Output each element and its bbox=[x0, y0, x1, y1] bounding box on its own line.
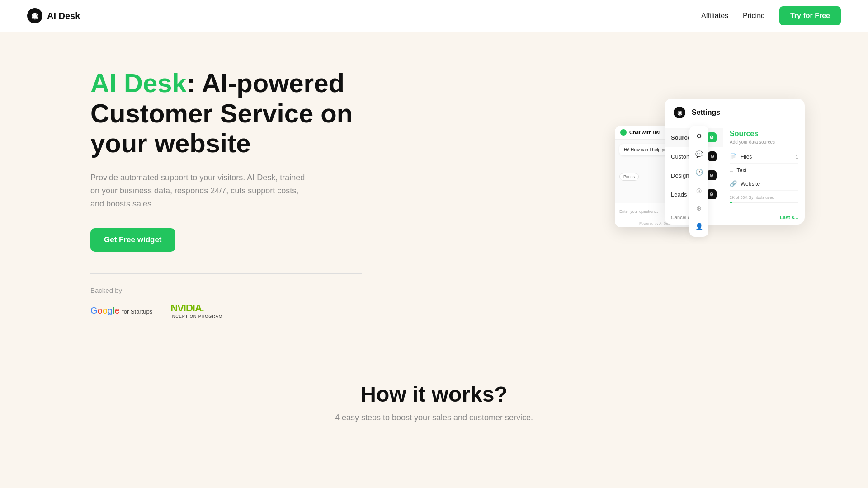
hero-title: AI Desk: AI-powered Customer Service on … bbox=[90, 68, 362, 159]
settings-header: ◉ Settings bbox=[665, 99, 805, 123]
chat-icon[interactable]: 💬 bbox=[693, 148, 705, 160]
hero-title-green: AI Desk bbox=[90, 68, 187, 98]
how-subtitle: 4 easy steps to boost your sales and cus… bbox=[90, 413, 778, 422]
progress-bar bbox=[730, 202, 798, 203]
settings-panel: ◉ Settings Sources ⚙ Customization ⚙ bbox=[665, 99, 805, 225]
save-button[interactable]: Last s... bbox=[780, 215, 798, 220]
progress-label: 2K of 50K Symbols used bbox=[730, 195, 798, 200]
how-section: How it works? 4 easy steps to boost your… bbox=[0, 346, 868, 450]
affiliates-link[interactable]: Affiliates bbox=[701, 12, 728, 20]
user-icon[interactable]: 👤 bbox=[693, 221, 705, 232]
settings-side-icons: ⚙ 💬 🕐 ◎ ⊕ 👤 bbox=[689, 126, 708, 237]
nvidia-logo: NVIDIA. INCEPTION PROGRAM bbox=[170, 302, 222, 319]
backed-section: Backed by: Google for Startups NVIDIA. I… bbox=[90, 273, 362, 319]
get-free-widget-button[interactable]: Get Free widget bbox=[90, 228, 175, 252]
settings-icon[interactable]: ⚙ bbox=[693, 130, 705, 142]
settings-title: Settings bbox=[692, 108, 720, 117]
files-count: 1 bbox=[796, 154, 798, 160]
history-icon[interactable]: 🕐 bbox=[693, 166, 705, 178]
chat-title: Chat with us! bbox=[629, 130, 660, 135]
source-row-files[interactable]: 📄 Files 1 bbox=[730, 150, 798, 164]
logo-icon: ◉ bbox=[27, 8, 42, 23]
navbar: ◉ AI Desk Affiliates Pricing Try for Fre… bbox=[0, 0, 868, 32]
google-program: for Startups bbox=[122, 308, 152, 315]
settings-body: Sources ⚙ Customization ⚙ Design ⚙ Lea bbox=[665, 123, 805, 210]
sidebar-item-leads-label: Leads bbox=[671, 191, 687, 198]
source-row-website[interactable]: 🔗 Website bbox=[730, 177, 798, 191]
pricing-link[interactable]: Pricing bbox=[743, 12, 765, 20]
chat-status-dot bbox=[620, 129, 627, 136]
chat-suggestion[interactable]: Prices bbox=[619, 173, 639, 181]
data-icon[interactable]: ◎ bbox=[693, 184, 705, 196]
nav-links: Affiliates Pricing Try for Free bbox=[701, 6, 841, 25]
website-icon: 🔗 bbox=[730, 180, 737, 187]
hero-demo: Chat with us! Hi! How can I help you? Pr… bbox=[389, 99, 805, 288]
hero-section: AI Desk: AI-powered Customer Service on … bbox=[0, 32, 868, 346]
website-label: Website bbox=[741, 181, 760, 187]
text-label: Text bbox=[737, 167, 747, 174]
hero-text: AI Desk: AI-powered Customer Service on … bbox=[90, 68, 362, 319]
files-icon: 📄 bbox=[730, 153, 737, 160]
how-title: How it works? bbox=[90, 382, 778, 407]
backed-logos: Google for Startups NVIDIA. INCEPTION PR… bbox=[90, 302, 362, 319]
sidebar-item-design-label: Design bbox=[671, 172, 689, 179]
sources-title: Sources bbox=[730, 130, 798, 138]
progress-fill bbox=[730, 202, 732, 203]
backed-label: Backed by: bbox=[90, 286, 362, 294]
files-label: Files bbox=[741, 154, 752, 160]
google-logo: Google for Startups bbox=[90, 305, 152, 316]
sources-subtitle: Add your data sources bbox=[730, 140, 798, 145]
progress-section: 2K of 50K Symbols used bbox=[730, 195, 798, 203]
text-icon: ≡ bbox=[730, 167, 733, 174]
hero-subtitle: Provide automated support to your visito… bbox=[90, 171, 307, 210]
nvidia-program: INCEPTION PROGRAM bbox=[170, 314, 222, 319]
customization-icon: ⚙ bbox=[708, 151, 717, 161]
logo-text: AI Desk bbox=[47, 11, 80, 21]
demo-container: Chat with us! Hi! How can I help you? Pr… bbox=[615, 99, 805, 288]
try-free-button[interactable]: Try for Free bbox=[779, 6, 841, 25]
settings-footer: Cancel changes Last s... bbox=[665, 210, 805, 225]
nvidia-text: NVIDIA. bbox=[170, 302, 204, 314]
logo[interactable]: ◉ AI Desk bbox=[27, 8, 80, 23]
feedback-icon[interactable]: ⊕ bbox=[693, 202, 705, 214]
settings-content: Sources Add your data sources 📄 Files 1 … bbox=[723, 123, 805, 210]
source-row-text[interactable]: ≡ Text bbox=[730, 164, 798, 177]
settings-logo-icon: ◉ bbox=[674, 107, 685, 118]
